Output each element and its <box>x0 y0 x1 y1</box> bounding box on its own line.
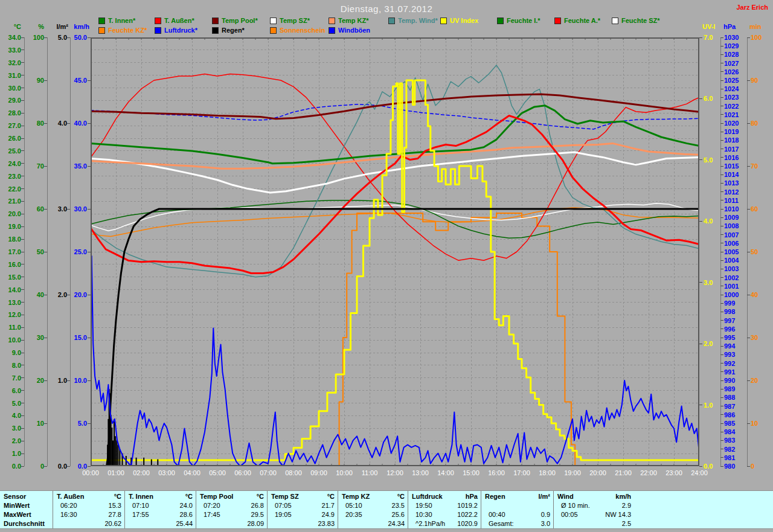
axis-tick <box>21 415 24 416</box>
table-row: 23.83 <box>268 519 338 528</box>
table-column-name: Temp Pool <box>200 492 233 501</box>
axis-hpa-tick-label: 1023 <box>724 94 739 100</box>
legend-item-windb-en: Windböen <box>329 27 370 34</box>
axis-hpa-tick-label: 985 <box>724 420 735 426</box>
axis-hpa-tick-label: 980 <box>724 463 735 469</box>
table-row: 2.5 <box>554 519 635 528</box>
axis-tick <box>21 62 24 63</box>
series-regen <box>91 209 699 466</box>
axis-hpa-tick-label: 984 <box>724 429 735 435</box>
axis-tick <box>720 37 723 38</box>
axis-tick <box>720 46 723 46</box>
axis-min-tick-label: 90 <box>751 77 758 83</box>
table-column-name: T. Innen <box>129 492 153 501</box>
axis-tick <box>747 209 750 210</box>
table-cell-value: 28.6 <box>180 510 193 519</box>
axis-hpa-tick-label: 1013 <box>724 180 739 186</box>
legend-item-temp-wind-: Temp. Wind* <box>388 18 438 24</box>
table-row: 17:5528.6 <box>125 510 196 519</box>
axis-hpa-tick-label: 1025 <box>724 77 739 83</box>
table-column-unit: l/m² <box>538 492 550 501</box>
axis-pct-tick-label: 50 <box>18 249 44 255</box>
table-cell-value: 0.9 <box>541 510 550 519</box>
table-header-row: Regenl/m² <box>481 492 554 501</box>
axis-tick <box>720 260 723 261</box>
axis-tick <box>21 441 24 441</box>
axis-hpa-tick-label: 997 <box>724 318 735 324</box>
table-header-row: Temp KZ°C <box>338 492 408 501</box>
axis-kmh-tick-label: 30.0 <box>60 206 87 212</box>
axis-tick <box>44 423 47 424</box>
legend-color-swatch <box>270 27 277 34</box>
table-cell-value: 2.5 <box>622 519 631 528</box>
axis-hpa-tick-label: 1003 <box>724 266 739 272</box>
axis-tick <box>21 100 24 101</box>
table-column-name: Temp KZ <box>342 492 370 501</box>
legend-color-swatch <box>612 18 618 24</box>
table-cell-time: 00:40 <box>489 510 505 519</box>
legend-item-label: Sonnenschein <box>280 27 325 34</box>
axis-tick <box>720 217 723 218</box>
axis-tick <box>720 175 723 175</box>
legend-item-feuchte-sz-: Feuchte SZ* <box>612 18 660 24</box>
axis-degC-tick-label: 16.0 <box>0 261 21 268</box>
table-row: 17:4529.5 <box>196 510 268 519</box>
table-cell-value: 23.5 <box>392 501 405 510</box>
axis-tick <box>720 295 723 295</box>
axis-kmh-tick-label: 20.0 <box>60 292 87 298</box>
axis-tick <box>699 405 702 405</box>
axis-tick <box>699 159 702 160</box>
table-column-inner: T. Außen°C06:2015.316:3027.820.62 <box>53 491 125 528</box>
axis-hpa-tick-label: 1007 <box>724 232 739 238</box>
table-row: 28.09 <box>196 519 268 528</box>
axis-tick <box>720 338 723 338</box>
axis-tick <box>720 432 723 432</box>
axis-uv-tick-label: 4.0 <box>704 218 713 224</box>
axis-tick <box>21 226 24 227</box>
table-cell-value: 26.8 <box>251 501 264 510</box>
axis-min-tick-label: 100 <box>751 34 762 40</box>
axis-tick <box>21 315 24 315</box>
table-header-row: Windkm/h <box>554 492 635 501</box>
axis-tick <box>747 37 750 38</box>
axis-uv-tick-label: 5.0 <box>704 157 713 163</box>
axis-min-tick-label: 80 <box>751 120 758 126</box>
legend-item-sonnenschein: Sonnenschein <box>270 27 325 34</box>
table-row: 07:2026.8 <box>196 501 268 510</box>
axis-hpa-tick-label: 1019 <box>724 129 739 135</box>
axis-tick <box>720 252 723 252</box>
axis-tick <box>720 166 723 167</box>
table-column-name: Temp SZ <box>271 492 299 501</box>
table-cell-value: NW 14.3 <box>605 510 631 519</box>
axis-tick <box>720 80 723 81</box>
legend-item-label: Regen* <box>222 27 245 34</box>
legend-item-t-innen-: T. Innen* <box>98 18 135 24</box>
table-cell-time: 07:05 <box>275 501 292 510</box>
axis-min-tick-label: 20 <box>751 377 758 383</box>
table-cell-time: 06:20 <box>60 501 77 510</box>
table-column-inner: Regenl/m²00:400.9Gesamt:3.0 <box>481 491 554 528</box>
axis-tick <box>720 123 723 124</box>
axis-hpa-tick-label: 981 <box>724 455 735 461</box>
axis-hpa-tick-label: 1006 <box>724 240 739 246</box>
axis-hpa-tick-label: 1014 <box>724 171 739 178</box>
page-title: Dienstag, 31.07.2012 <box>0 4 773 14</box>
table-row: 00:05NW 14.3 <box>554 510 635 519</box>
legend-item-label: T. Außen* <box>164 18 194 24</box>
axis-unit-degC: °C <box>0 23 21 30</box>
table-cell-value: 24.0 <box>180 501 193 510</box>
table-column-temp-pool: Temp Pool°C07:2026.817:4529.528.09 <box>196 491 268 528</box>
table-column-temp-sz: Temp SZ°C07:0521.719:0524.923.83 <box>267 491 338 528</box>
axis-pct-tick-label: 30 <box>18 335 44 341</box>
table-cell-time: Gesamt: <box>489 519 514 528</box>
axis-uv-tick-label: 0.0 <box>704 463 713 469</box>
table-row-labels-column: SensorMinWertMaxWertDurchschnitt <box>0 491 53 528</box>
table-cell-value: 29.5 <box>251 510 264 519</box>
legend-item-label: Temp KZ* <box>338 18 369 24</box>
axis-tick <box>720 328 723 329</box>
legend-color-swatch <box>212 27 219 34</box>
table-cell-value: 21.7 <box>322 501 335 510</box>
axis-hpa-tick-label: 1000 <box>724 292 739 298</box>
axis-uv-tick-label: 6.0 <box>704 95 713 101</box>
table-cell-value: 1019.2 <box>457 501 478 510</box>
